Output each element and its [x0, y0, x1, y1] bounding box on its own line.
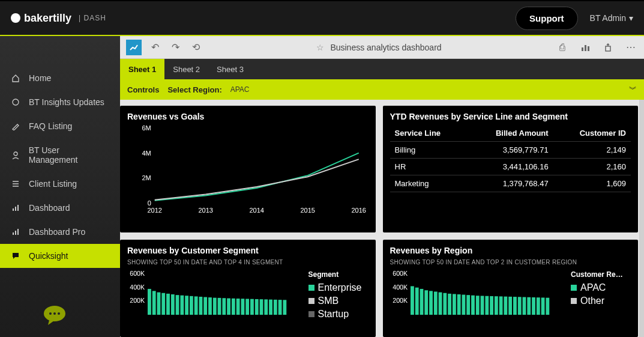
- home-icon: [11, 73, 20, 83]
- legend-item: Enterprise: [308, 282, 369, 293]
- sidebar-item-dashboard-pro[interactable]: Dashboard Pro: [0, 220, 120, 244]
- svg-rect-82: [508, 297, 512, 315]
- legend-swatch: [308, 311, 314, 317]
- collapse-chevron-icon[interactable]: ︾: [629, 84, 637, 95]
- sidebar-item-bt-user-management[interactable]: BT User Management: [0, 138, 120, 172]
- star-icon[interactable]: ☆: [316, 43, 324, 52]
- chart-icon: [11, 203, 20, 213]
- cell-customer: 2,149: [553, 142, 631, 159]
- content-area: ↶ ↷ ⟲ ☆ Business analytics dashboard ⎙ ⋯…: [120, 36, 644, 337]
- svg-rect-42: [213, 298, 217, 315]
- tab-sheet-2[interactable]: Sheet 2: [164, 59, 208, 79]
- sidebar-item-client-listing[interactable]: Client Listing: [0, 172, 120, 196]
- more-icon[interactable]: ⋯: [624, 40, 638, 55]
- legend-label: APAC: [580, 282, 606, 293]
- cell-customer: 2,160: [553, 159, 631, 175]
- sidebar-item-dashboard[interactable]: Dashboard: [0, 196, 120, 220]
- chart-icon: [11, 227, 20, 237]
- svg-rect-81: [504, 297, 507, 315]
- legend-item: Other: [571, 296, 631, 306]
- svg-text:600K: 600K: [393, 270, 408, 277]
- svg-point-9: [49, 312, 52, 315]
- svg-rect-66: [433, 291, 437, 315]
- insights-icon: [11, 97, 20, 107]
- sidebar-item-label: Home: [29, 73, 51, 83]
- svg-point-0: [13, 99, 19, 105]
- user-icon: [11, 150, 20, 160]
- redo-icon[interactable]: ↷: [168, 40, 182, 55]
- support-button[interactable]: Support: [516, 7, 578, 30]
- svg-text:0: 0: [148, 199, 151, 207]
- svg-rect-62: [415, 288, 418, 315]
- svg-rect-72: [462, 295, 465, 315]
- svg-rect-69: [448, 294, 451, 315]
- panel-revenues-by-segment: Revenues by Customer Segment SHOWING TOP…: [120, 240, 376, 337]
- user-menu[interactable]: BT Admin ▾: [590, 13, 633, 23]
- list-icon: [11, 179, 20, 189]
- chat-icon: [11, 251, 20, 261]
- tab-sheet-3[interactable]: Sheet 3: [208, 59, 252, 79]
- svg-rect-44: [222, 298, 226, 315]
- svg-rect-39: [199, 297, 203, 315]
- globe-icon: [11, 13, 20, 23]
- svg-rect-87: [532, 297, 535, 315]
- select-region-label: Select Region:: [167, 85, 221, 94]
- svg-rect-43: [218, 298, 221, 315]
- chat-bubble-icon[interactable]: [42, 305, 67, 326]
- sidebar-item-label: FAQ Listing: [29, 121, 72, 131]
- svg-text:2013: 2013: [199, 207, 213, 214]
- brand-logo: bakertilly | DASH: [11, 12, 106, 25]
- cell-billed: 3,569,779.71: [467, 142, 553, 159]
- cell-service: HR: [390, 159, 467, 175]
- svg-rect-47: [236, 299, 240, 315]
- svg-rect-6: [15, 231, 16, 235]
- table-row: HR3,441,106.162,160: [390, 159, 631, 175]
- region-value[interactable]: APAC: [230, 85, 250, 94]
- controls-label: Controls: [127, 85, 159, 94]
- svg-rect-70: [452, 294, 456, 315]
- sidebar-item-home[interactable]: Home: [0, 66, 120, 90]
- svg-rect-40: [203, 297, 207, 315]
- legend-item: Startup: [308, 309, 369, 320]
- cell-billed: 3,441,106.16: [467, 159, 553, 175]
- panel-ytd-revenues: YTD Revenues by Service Line and Segment…: [383, 106, 639, 232]
- segment-legend-title: Segment: [308, 270, 369, 279]
- svg-rect-34: [176, 295, 179, 315]
- brand-suffix: | DASH: [79, 14, 106, 22]
- legend-label: Enterprise: [318, 282, 362, 293]
- sidebar-item-bt-insights-updates[interactable]: BT Insights Updates: [0, 90, 120, 114]
- table-header: Service Line: [390, 125, 467, 142]
- share-icon[interactable]: [601, 40, 615, 55]
- cell-customer: 1,609: [553, 175, 631, 192]
- svg-point-1: [14, 152, 17, 156]
- cell-service: Billing: [390, 142, 467, 159]
- svg-rect-68: [443, 293, 447, 315]
- svg-rect-7: [17, 229, 19, 235]
- sidebar-item-faq-listing[interactable]: FAQ Listing: [0, 114, 120, 138]
- svg-rect-29: [152, 291, 156, 315]
- svg-text:4M: 4M: [142, 150, 151, 157]
- legend-item: APAC: [571, 282, 631, 293]
- undo-icon[interactable]: ↶: [148, 40, 162, 55]
- cell-billed: 1,379,768.47: [467, 175, 553, 192]
- svg-rect-51: [255, 299, 259, 315]
- sidebar-item-label: Quicksight: [29, 251, 68, 261]
- svg-rect-52: [260, 299, 263, 315]
- print-icon[interactable]: ⎙: [555, 40, 570, 55]
- svg-rect-89: [541, 297, 544, 315]
- svg-rect-64: [424, 290, 428, 315]
- segment-bar-chart: 200K400K600K: [127, 270, 302, 322]
- bar-chart-icon[interactable]: [578, 40, 592, 55]
- panel-subtitle: SHOWING TOP 50 IN DATE AND TOP 4 IN SEGM…: [127, 259, 369, 266]
- svg-rect-63: [420, 289, 423, 315]
- sidebar-item-quicksight[interactable]: Quicksight: [0, 244, 120, 268]
- panel-revenues-by-region: Revenues by Region SHOWING TOP 50 IN DAT…: [383, 240, 639, 337]
- legend-label: Startup: [318, 309, 349, 320]
- svg-rect-33: [171, 294, 175, 315]
- refresh-icon[interactable]: ⟲: [188, 40, 203, 55]
- svg-text:200K: 200K: [393, 297, 408, 304]
- svg-rect-76: [480, 296, 484, 315]
- tab-sheet-1[interactable]: Sheet 1: [120, 59, 164, 79]
- svg-rect-77: [485, 296, 489, 315]
- dashboard-title: Business analytics dashboard: [330, 43, 441, 52]
